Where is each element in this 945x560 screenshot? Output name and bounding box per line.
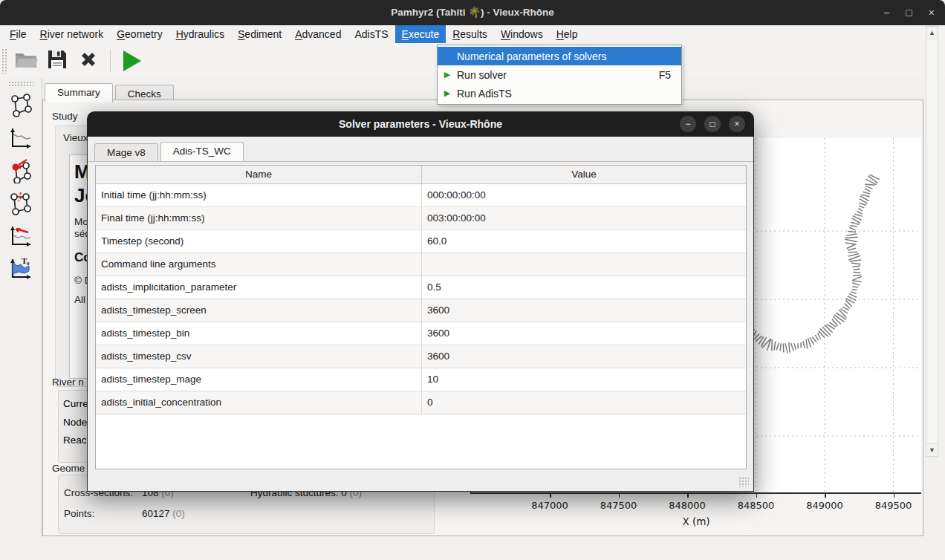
menu-file[interactable]: File — [3, 25, 33, 43]
river-network-row: Curre — [63, 398, 88, 409]
param-name-cell[interactable]: adists_timestep_mage — [96, 368, 422, 391]
menu-item-label: Run AdisTS — [457, 88, 512, 100]
window-titlebar[interactable]: Pamhyr2 (Tahiti 🌴) - Vieux-Rhône −□× — [0, 0, 945, 25]
menu-item-numerical-parameters-of-solvers[interactable]: Numerical parameters of solvers — [438, 47, 681, 65]
table-rows: Initial time (jj:hh:mm:ss)000:00:00:00Fi… — [96, 184, 746, 414]
menu-execute[interactable]: Execute — [395, 25, 446, 43]
param-value-cell[interactable]: 3600 — [422, 322, 746, 345]
play-icon: ▶ — [438, 70, 457, 79]
param-value-cell[interactable]: 3600 — [422, 299, 746, 322]
menubar: FileRiver networkGeometryHydraulicsSedim… — [0, 25, 945, 43]
column-header-value[interactable]: Value — [422, 166, 746, 183]
table-row: Final time (jj:hh:mm:ss)003:00:00:00 — [96, 207, 746, 230]
tab-summary[interactable]: Summary — [45, 83, 113, 102]
side-toolbar: T 0 — [0, 78, 42, 536]
menu-river-network[interactable]: River network — [33, 25, 111, 43]
window-title: Pamhyr2 (Tahiti 🌴) - Vieux-Rhône — [0, 0, 945, 25]
menu-help[interactable]: Help — [550, 25, 585, 43]
river-network-row: Node — [63, 417, 87, 428]
play-icon — [123, 51, 141, 71]
close-study-button[interactable] — [74, 46, 103, 76]
menu-item-run-adists[interactable]: ▶Run AdisTS — [438, 84, 681, 102]
menu-sediment[interactable]: Sediment — [231, 25, 288, 43]
river-network-tool[interactable] — [7, 91, 34, 120]
table-header-row: Name Value — [96, 166, 746, 184]
column-header-name[interactable]: Name — [96, 166, 422, 183]
param-name-cell[interactable]: Command line arguments — [96, 253, 422, 276]
tab-adis-ts-wc[interactable]: Adis-TS_WC — [160, 142, 244, 161]
tab-mage-v8[interactable]: Mage v8 — [94, 143, 158, 161]
param-name-cell[interactable]: adists_implicitation_parameter — [96, 276, 422, 299]
close-button[interactable]: × — [729, 116, 745, 132]
scroll-down-arrow-icon[interactable]: ▼ — [926, 443, 938, 456]
river-network-group-label: River n — [52, 377, 84, 388]
x-axis-tick — [550, 494, 551, 498]
window-controls: −□× — [883, 0, 935, 25]
table-row: adists_timestep_bin3600 — [96, 322, 746, 345]
param-value-cell[interactable]: 0 — [422, 391, 746, 414]
trend-plot-tool[interactable] — [7, 222, 34, 250]
maximize-button[interactable]: □ — [906, 7, 912, 19]
table-row: adists_timestep_screen3600 — [96, 299, 746, 322]
x-axis-tick — [825, 494, 826, 498]
toolbar-drag-handle[interactable] — [1, 48, 7, 74]
stat-points: Points:60127 (0) — [64, 508, 185, 519]
scroll-up-arrow-icon[interactable]: ▲ — [926, 27, 938, 39]
minimize-button[interactable]: − — [680, 116, 696, 132]
param-name-cell[interactable]: Initial time (jj:hh:mm:ss) — [96, 184, 422, 206]
menu-advanced[interactable]: Advanced — [288, 25, 348, 43]
x-axis-tick-label: 849500 — [875, 500, 912, 511]
param-value-cell[interactable]: 000:00:00:00 — [422, 184, 746, 206]
param-name-cell[interactable]: Timestep (second) — [96, 230, 422, 253]
table-row: adists_timestep_csv3600 — [96, 345, 746, 368]
menu-item-shortcut: F5 — [659, 69, 681, 81]
param-value-cell[interactable]: 0.5 — [422, 276, 746, 299]
profile-plot-tool[interactable] — [7, 124, 34, 152]
param-name-cell[interactable]: adists_timestep_bin — [96, 322, 422, 345]
param-value-cell[interactable]: 3600 — [422, 345, 746, 368]
param-value-cell[interactable] — [422, 253, 746, 276]
menu-geometry[interactable]: Geometry — [110, 25, 169, 43]
menu-item-label: Run solver — [457, 69, 507, 81]
minimize-button[interactable]: − — [883, 7, 889, 19]
param-name-cell[interactable]: Final time (jj:hh:mm:ss) — [96, 207, 422, 229]
table-row: adists_initial_concentration0 — [96, 391, 746, 414]
study-name: Vieux — [63, 132, 88, 143]
network-edit-tool[interactable] — [7, 189, 34, 218]
close-button[interactable]: × — [929, 7, 935, 19]
x-axis-tick-label: 848500 — [738, 500, 775, 511]
dialog-resize-grip[interactable] — [738, 477, 749, 487]
menu-adists[interactable]: AdisTS — [348, 25, 394, 43]
menu-windows[interactable]: Windows — [494, 25, 550, 43]
x-axis-tick-label: 847500 — [600, 500, 637, 511]
param-name-cell[interactable]: adists_timestep_csv — [96, 345, 422, 368]
parameters-table: Name Value Initial time (jj:hh:mm:ss)000… — [95, 165, 747, 469]
x-axis-tick-label: 848000 — [669, 500, 706, 511]
menu-item-label: Numerical parameters of solvers — [457, 51, 607, 62]
param-value-cell[interactable]: 10 — [422, 368, 746, 391]
network-node-tool[interactable] — [7, 157, 34, 185]
menu-results[interactable]: Results — [446, 25, 494, 43]
param-value-cell[interactable]: 60.0 — [422, 230, 746, 253]
menu-hydraulics[interactable]: Hydraulics — [169, 25, 231, 43]
menu-item-run-solver[interactable]: ▶Run solverF5 — [438, 65, 681, 84]
geometry-group-label: Geome — [52, 463, 85, 474]
param-value-cell[interactable]: 003:00:00:00 — [422, 207, 746, 229]
dialog-tabbar: Mage v8 Adis-TS_WC — [94, 138, 246, 161]
t0-plot-tool[interactable]: T 0 — [7, 255, 34, 283]
param-name-cell[interactable]: adists_timestep_screen — [96, 299, 422, 322]
dialog-titlebar[interactable]: Solver parameters - Vieux-Rhône −□× — [87, 111, 754, 137]
dialog-body: Mage v8 Adis-TS_WC Name Value Initial ti… — [87, 137, 754, 492]
side-toolbar-drag-handle[interactable] — [8, 81, 33, 87]
table-row: Initial time (jj:hh:mm:ss)000:00:00:00 — [96, 184, 746, 207]
table-row: Timestep (second)60.0 — [96, 230, 746, 253]
param-name-cell[interactable]: adists_initial_concentration — [96, 391, 422, 414]
cross-icon — [78, 49, 99, 73]
maximize-button[interactable]: □ — [704, 116, 721, 132]
x-axis-tick — [894, 494, 895, 498]
dialog-controls: −□× — [680, 116, 745, 132]
vertical-scrollbar[interactable]: ▲ ▼ — [926, 26, 938, 457]
save-button[interactable] — [42, 46, 72, 76]
run-solver-button[interactable] — [117, 46, 147, 76]
open-button[interactable] — [11, 46, 41, 76]
